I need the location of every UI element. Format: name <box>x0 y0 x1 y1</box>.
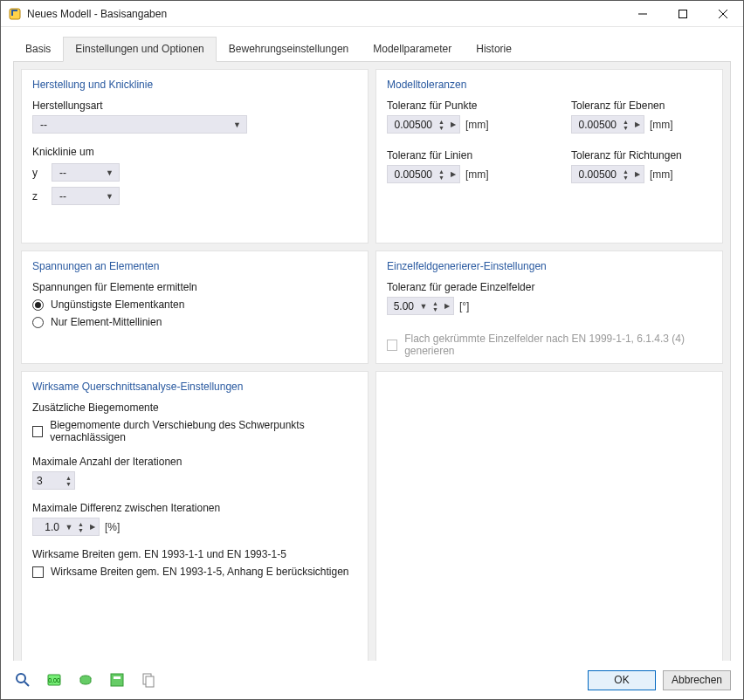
unit-pct: [%] <box>105 521 120 533</box>
wqa-wb-label: Wirksame Breiten gem. EN 1993-1-1 und EN… <box>32 548 357 560</box>
wqa-max-iter-label: Maximale Anzahl der Iterationen <box>32 456 357 468</box>
chevron-down-icon[interactable]: ▼ <box>63 523 75 532</box>
knicklinie-z-value: -- <box>59 190 100 202</box>
knicklinie-y-dropdown[interactable]: -- ▼ <box>52 163 120 182</box>
radio-mittellinien[interactable] <box>32 317 44 328</box>
spinner-play-icon[interactable]: ▶ <box>447 120 459 128</box>
toolbar-icon-2[interactable]: 0,00 <box>45 670 64 690</box>
spinner-arrows-icon[interactable]: ▲▼ <box>620 168 631 181</box>
wqa-zus-label: Zusätzliche Biegemomente <box>32 401 357 414</box>
toolbar-icon-1[interactable] <box>13 670 32 690</box>
tol-linien-spinner[interactable]: 0.00500 ▲▼ ▶ <box>387 165 460 183</box>
checkbox-wirksame-breiten[interactable] <box>32 566 44 578</box>
chevron-down-icon: ▼ <box>106 192 114 201</box>
spinner-play-icon[interactable]: ▶ <box>441 302 453 310</box>
tol-ebenen-spinner[interactable]: 0.00500 ▲▼ ▶ <box>571 115 644 134</box>
toolbar-icon-4[interactable] <box>107 670 127 690</box>
herstellungsart-dropdown[interactable]: -- ▼ <box>32 115 247 134</box>
maximize-button[interactable] <box>663 1 703 26</box>
checkbox-biegemomente[interactable] <box>32 426 43 437</box>
spinner-play-icon[interactable]: ▶ <box>86 523 99 531</box>
tol-punkte-spinner[interactable]: 0.00500 ▲▼ ▶ <box>387 115 460 134</box>
footer: 0,00 OK Abbrechen <box>1 661 743 699</box>
einzelfeld-tol-label: Toleranz für gerade Einzelfelder <box>387 281 712 293</box>
tol-richtungen-label: Toleranz für Richtungen <box>571 149 712 161</box>
tol-richtungen-value: 0.00500 <box>572 168 620 181</box>
unit-mm: [mm] <box>465 168 489 181</box>
titlebar: Neues Modell - Basisangaben <box>1 1 743 27</box>
tol-punkte-value: 0.00500 <box>388 119 436 131</box>
tab-historie[interactable]: Historie <box>464 37 524 62</box>
tol-linien-value: 0.00500 <box>388 168 436 181</box>
tol-punkte-label: Toleranz für Punkte <box>387 100 527 112</box>
axis-y-label: y <box>32 167 43 179</box>
tab-modellparameter[interactable]: Modellparameter <box>361 37 464 62</box>
checkbox-flach-gekruemmte-label: Flach gekrümmte Einzelfelder nach EN 199… <box>404 333 712 357</box>
checkbox-flach-gekruemmte <box>387 340 397 351</box>
tol-linien-label: Toleranz für Linien <box>387 149 527 161</box>
checkbox-biegemomente-label: Biegemomente durch Verschiebung des Schw… <box>50 419 357 443</box>
tab-einstellungen[interactable]: Einstellungen und Optionen <box>63 37 216 62</box>
window-title: Neues Modell - Basisangaben <box>27 8 623 20</box>
toolbar-icon-5[interactable] <box>139 670 158 690</box>
checkbox-wirksame-breiten-label: Wirksame Breiten gem. EN 1993-1-5, Anhan… <box>51 566 349 578</box>
chevron-down-icon: ▼ <box>233 120 241 129</box>
unit-mm: [mm] <box>465 119 489 131</box>
spinner-arrows-icon[interactable]: ▲▼ <box>436 168 447 181</box>
app-icon <box>8 7 22 21</box>
spinner-play-icon[interactable]: ▶ <box>631 170 644 178</box>
toolbar-icon-3[interactable] <box>76 670 95 690</box>
spinner-arrows-icon[interactable]: ▲▼ <box>620 119 631 131</box>
knicklinie-label: Knicklinie um <box>32 146 357 158</box>
panel-toleranzen: Modelltoleranzen Toleranz für Punkte 0.0… <box>375 69 723 244</box>
tabstrip: Basis Einstellungen und Optionen Bewehru… <box>1 27 743 61</box>
cancel-button-label: Abbrechen <box>672 674 722 686</box>
panel-title-einzelfeld: Einzelfeldgenerierer-Einstellungen <box>387 260 712 272</box>
einzelfeld-tol-spinner[interactable]: 5.00 ▼ ▲▼ ▶ <box>387 297 454 315</box>
tab-bewehrung[interactable]: Bewehrungseinstellungen <box>217 37 361 62</box>
wqa-max-iter-value: 3 <box>33 475 63 487</box>
axis-z-label: z <box>32 190 43 202</box>
close-button[interactable] <box>703 1 743 26</box>
spinner-arrows-icon[interactable]: ▲▼ <box>75 521 86 533</box>
panel-einzelfeld: Einzelfeldgenerierer-Einstellungen Toler… <box>375 250 723 364</box>
tol-richtungen-spinner[interactable]: 0.00500 ▲▼ ▶ <box>571 165 644 183</box>
tab-basis[interactable]: Basis <box>13 37 63 62</box>
tol-ebenen-value: 0.00500 <box>572 119 620 131</box>
spinner-arrows-icon[interactable]: ▲▼ <box>430 300 441 312</box>
svg-rect-1 <box>679 10 687 17</box>
chevron-down-icon: ▼ <box>106 168 114 177</box>
spinner-arrows-icon[interactable]: ▲▼ <box>436 119 447 131</box>
ok-button[interactable]: OK <box>588 670 656 690</box>
panel-wqa: Wirksame Querschnittsanalyse-Einstellung… <box>21 371 369 666</box>
panel-spannungen: Spannungen an Elementen Spannungen für E… <box>21 250 369 364</box>
panel-herstellung: Herstellung und Knicklinie Herstellungsa… <box>21 69 369 244</box>
unit-mm: [mm] <box>650 168 673 181</box>
svg-text:0,00: 0,00 <box>48 677 60 683</box>
cancel-button[interactable]: Abbrechen <box>663 670 731 690</box>
wqa-max-diff-label: Maximale Differenz zwischen Iterationen <box>32 502 357 514</box>
spinner-arrows-icon[interactable]: ▲▼ <box>63 475 74 487</box>
unit-mm: [mm] <box>650 119 673 131</box>
wqa-max-diff-value: 1.0 <box>33 521 63 533</box>
radio-mittellinien-label: Nur Element-Mittellinien <box>51 316 162 328</box>
minimize-button[interactable] <box>623 1 663 26</box>
panel-title-toleranzen: Modelltoleranzen <box>387 79 712 91</box>
radio-unguenstigste-kanten[interactable] <box>32 299 44 311</box>
chevron-down-icon[interactable]: ▼ <box>417 302 430 311</box>
spinner-play-icon[interactable]: ▶ <box>631 120 644 128</box>
spinner-play-icon[interactable]: ▶ <box>447 170 459 178</box>
svg-rect-6 <box>111 674 123 686</box>
panel-title-herstellung: Herstellung und Knicklinie <box>32 79 357 91</box>
knicklinie-y-value: -- <box>59 167 100 179</box>
unit-deg: [°] <box>459 300 469 312</box>
panel-blank <box>375 371 723 666</box>
knicklinie-z-dropdown[interactable]: -- ▼ <box>52 187 120 205</box>
herstellungsart-label: Herstellungsart <box>32 100 357 112</box>
svg-point-2 <box>17 674 25 683</box>
svg-rect-9 <box>146 676 154 687</box>
wqa-max-diff-spinner[interactable]: 1.0 ▼ ▲▼ ▶ <box>32 518 100 536</box>
herstellungsart-value: -- <box>40 119 228 131</box>
window-controls <box>623 1 743 26</box>
wqa-max-iter-spinner[interactable]: 3 ▲▼ <box>32 471 75 490</box>
